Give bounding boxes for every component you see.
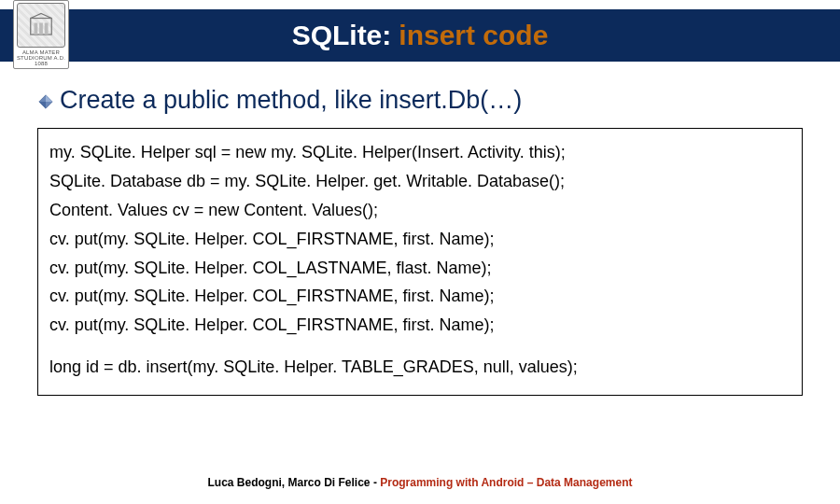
code-line: Content. Values cv = new Content. Values… [49, 196, 791, 225]
code-line: my. SQLite. Helper sql = new my. SQLite.… [49, 138, 791, 167]
code-line: cv. put(my. SQLite. Helper. COL_FIRSTNAM… [49, 225, 791, 254]
slide: ALMA MATER STUDIORUM A.D. 1088 SQLite: i… [0, 0, 840, 504]
code-box: my. SQLite. Helper sql = new my. SQLite.… [37, 128, 803, 396]
code-gap [49, 340, 791, 353]
footer: Luca Bedogni, Marco Di Felice - Programm… [0, 476, 840, 489]
footer-separator: - [371, 476, 381, 489]
footer-authors: Luca Bedogni, Marco Di Felice [208, 476, 371, 489]
code-line-tail: long id = db. insert(my. SQLite. Helper.… [49, 353, 791, 382]
bullet-item: Create a public method, like insert.Db(…… [37, 86, 803, 115]
code-line: SQLite. Database db = my. SQLite. Helper… [49, 167, 791, 196]
code-line: cv. put(my. SQLite. Helper. COL_LASTNAME… [49, 254, 791, 283]
footer-course: Programming with Android – Data Manageme… [380, 476, 632, 489]
title-accent: insert code [399, 20, 548, 51]
slide-title: SQLite: insert code [0, 9, 840, 62]
code-line: cv. put(my. SQLite. Helper. COL_FIRSTNAM… [49, 282, 791, 311]
title-prefix: SQLite: [292, 20, 392, 51]
slide-body: Create a public method, like insert.Db(…… [37, 86, 803, 396]
code-line: cv. put(my. SQLite. Helper. COL_FIRSTNAM… [49, 311, 791, 340]
bullet-text: Create a public method, like insert.Db(…… [60, 86, 522, 115]
diamond-bullet-icon [37, 93, 54, 110]
